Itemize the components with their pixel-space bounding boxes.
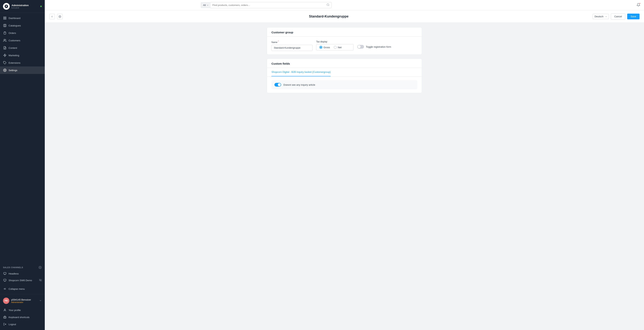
sidebar-item-label: Extensions: [8, 61, 20, 64]
svg-point-13: [4, 70, 6, 71]
settings-button[interactable]: [57, 14, 63, 19]
person-icon: [3, 308, 7, 312]
cf-content: Doesnt see any inquiry article: [267, 77, 422, 93]
toggle-registration-label: Toggle registration form: [366, 45, 391, 48]
page-header-actions: Deutsch Cancel Save: [592, 13, 640, 19]
sidebar-item-marketing[interactable]: Marketing: [0, 52, 45, 59]
card-body: Name * Tax display Gross: [267, 37, 422, 55]
marketing-icon: [3, 53, 7, 57]
page-header: Standard-Kundengruppe Deutsch Cancel Sav…: [45, 10, 644, 23]
page-title: Standard-Kundengruppe: [65, 14, 592, 18]
catalogues-icon: [3, 24, 7, 27]
sidebar-item-content[interactable]: Content: [0, 44, 45, 52]
svg-point-8: [4, 39, 5, 40]
content-inner: Customer group Name *: [262, 23, 426, 98]
add-sales-channel-button[interactable]: [38, 266, 42, 269]
sidebar-footer: PB p594145 Benutzer Administrator Your p…: [0, 294, 45, 330]
net-radio-dot: [334, 46, 337, 49]
search-filter-button[interactable]: All: [201, 2, 210, 8]
toggle-on-knob: [278, 83, 281, 86]
sidebar-item-customers[interactable]: Customers: [0, 37, 45, 44]
cf-card-body: Shopcorn Digital - B2B inquiry basket (C…: [267, 68, 422, 93]
online-indicator: [40, 5, 42, 7]
cf-toggle-row: Doesnt see any inquiry article: [272, 80, 417, 89]
app-version: 6.4.13.0: [12, 7, 40, 9]
sidebar-item-orders[interactable]: Orders: [0, 29, 45, 37]
app-info: Administration 6.4.13.0: [12, 4, 40, 9]
main-nav: Dashboard Catalogues Orders Customers Co…: [0, 13, 45, 264]
cf-toggle-label: Doesnt see any inquiry article: [284, 83, 315, 86]
search-wrapper: All: [201, 2, 332, 8]
logout-icon: [3, 322, 7, 326]
sidebar-item-catalogues[interactable]: Catalogues: [0, 22, 45, 29]
svg-line-28: [328, 5, 329, 6]
user-profile-button[interactable]: PB p594145 Benutzer Administrator: [0, 296, 45, 306]
save-button[interactable]: Save: [627, 13, 640, 19]
sidebar-item-label: Customers: [8, 39, 20, 42]
net-radio[interactable]: Net: [334, 46, 342, 49]
dashboard-icon: [3, 16, 7, 20]
toggle-registration-switch[interactable]: [357, 45, 364, 49]
main-area: All Standard-: [45, 0, 644, 330]
user-name: p594145 Benutzer: [11, 298, 39, 301]
back-button[interactable]: [49, 14, 55, 19]
notification-button[interactable]: [636, 3, 640, 7]
orders-icon: [3, 31, 7, 35]
svg-rect-1: [4, 17, 4, 18]
sidebar-item-dashboard[interactable]: Dashboard: [0, 14, 45, 22]
cf-tab-bar: Shopcorn Digital - B2B inquiry basket (C…: [267, 68, 422, 77]
language-select[interactable]: Deutsch: [592, 14, 609, 19]
sidebar-channel-headless[interactable]: Headless: [0, 270, 45, 277]
svg-rect-2: [5, 17, 6, 18]
content-icon: [3, 46, 7, 50]
sidebar-item-label: Catalogues: [8, 24, 21, 27]
search-input-wrap: [210, 2, 332, 8]
settings-icon: [3, 68, 7, 72]
search-input[interactable]: [212, 4, 327, 6]
sidebar-channel-shopcorn[interactable]: Shopcorn SW6 Demo: [0, 277, 45, 284]
logout-button[interactable]: Logout: [0, 321, 45, 328]
sidebar-item-label: Marketing: [8, 54, 19, 57]
svg-marker-11: [4, 54, 6, 57]
name-input[interactable]: [272, 45, 312, 51]
keyboard-icon: [3, 315, 7, 319]
extensions-icon: [3, 61, 7, 65]
sidebar-item-extensions[interactable]: Extensions: [0, 59, 45, 66]
collapse-icon: [3, 287, 7, 291]
cf-card-title: Custom fields: [272, 62, 417, 65]
search-icon: [326, 3, 330, 7]
avatar: PB: [3, 298, 9, 304]
shopcorn-icon: [3, 278, 7, 282]
sidebar-item-settings[interactable]: Settings: [0, 66, 45, 74]
custom-fields-card: Custom fields Shopcorn Digital - B2B inq…: [267, 58, 422, 93]
sidebar: Administration 6.4.13.0 Dashboard Catalo…: [0, 0, 45, 330]
keyboard-shortcuts-button[interactable]: Keyboard shortcuts: [0, 314, 45, 321]
topbar: All: [45, 0, 644, 10]
svg-point-29: [60, 16, 60, 17]
toggle-registration-group: Toggle registration form: [357, 40, 391, 49]
sidebar-header: Administration 6.4.13.0: [0, 0, 45, 13]
customers-icon: [3, 38, 7, 42]
form-row: Name * Tax display Gross: [272, 40, 417, 51]
card-title: Customer group: [272, 31, 417, 34]
svg-rect-3: [4, 18, 4, 19]
toggle-knob: [358, 45, 360, 48]
headless-icon: [3, 272, 7, 275]
channel-visibility-icon: [39, 279, 42, 282]
your-profile-button[interactable]: Your profile: [0, 307, 45, 314]
sidebar-item-label: Orders: [8, 32, 16, 34]
user-info: p594145 Benutzer Administrator: [11, 298, 39, 303]
tax-display-group: Tax display Gross Net: [316, 40, 354, 50]
collapse-menu-button[interactable]: Collapse menu: [0, 285, 45, 293]
cancel-button[interactable]: Cancel: [611, 13, 625, 19]
svg-rect-4: [5, 18, 6, 19]
svg-point-24: [4, 309, 5, 310]
cf-card-header: Custom fields: [267, 59, 422, 68]
cf-tab[interactable]: Shopcorn Digital - B2B inquiry basket (C…: [272, 68, 330, 76]
svg-rect-17: [4, 272, 6, 274]
topbar-right: [636, 3, 640, 7]
app-name: Administration: [12, 4, 40, 7]
inquiry-toggle-switch[interactable]: [274, 83, 281, 87]
user-role: Administrator: [11, 301, 39, 303]
gross-radio[interactable]: Gross: [320, 46, 330, 49]
